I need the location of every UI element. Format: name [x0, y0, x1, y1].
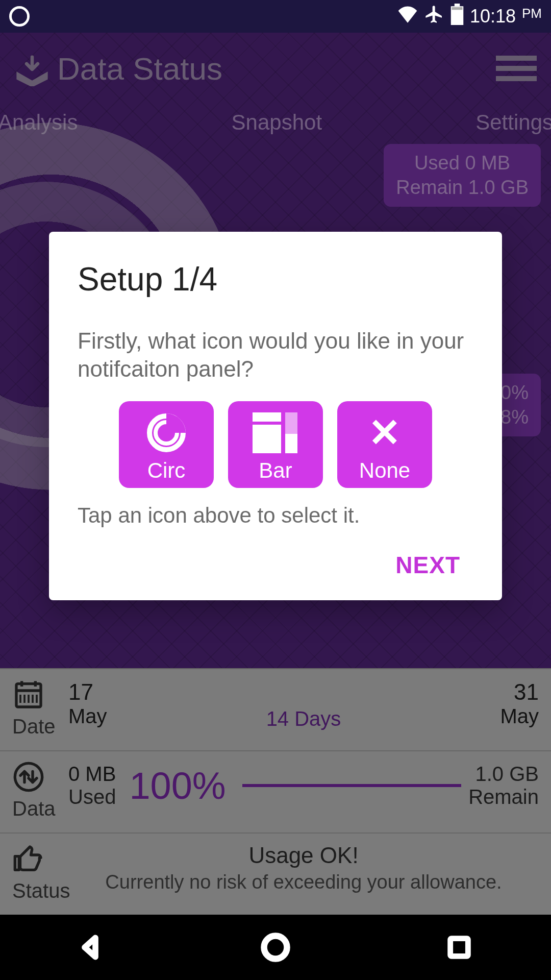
status-ampm: PM	[522, 4, 542, 21]
airplane-icon	[424, 4, 444, 29]
dialog-hint: Tap an icon above to select it.	[78, 503, 473, 528]
svg-rect-2	[452, 7, 462, 10]
wifi-icon	[397, 6, 418, 28]
home-button[interactable]	[258, 929, 293, 965]
recent-apps-button[interactable]	[441, 929, 477, 965]
svg-rect-1	[455, 4, 460, 6]
choice-none-button[interactable]: ✕ None	[337, 401, 432, 488]
status-bar: 10:18 PM	[0, 0, 551, 33]
dialog-title: Setup 1/4	[78, 260, 473, 298]
svg-point-13	[264, 936, 287, 959]
bar-icon	[253, 401, 298, 458]
navigation-bar	[0, 915, 551, 980]
dialog-text: Firstly, what icon would you like in you…	[78, 327, 473, 383]
battery-icon	[450, 4, 464, 30]
choice-bar-button[interactable]: Bar	[228, 401, 323, 488]
choice-circ-button[interactable]: Circ	[119, 401, 214, 488]
next-button[interactable]: NEXT	[395, 551, 460, 579]
choice-circ-label: Circ	[147, 458, 186, 483]
back-button[interactable]	[74, 929, 110, 965]
moon-icon	[9, 6, 30, 27]
close-icon: ✕	[368, 401, 401, 458]
status-time: 10:18	[470, 6, 516, 27]
circ-icon	[147, 401, 186, 458]
choice-none-label: None	[359, 458, 410, 483]
setup-dialog: Setup 1/4 Firstly, what icon would you l…	[49, 232, 502, 600]
choice-bar-label: Bar	[259, 458, 292, 483]
icon-choices: Circ Bar ✕ None	[78, 401, 473, 488]
svg-rect-14	[450, 939, 468, 957]
